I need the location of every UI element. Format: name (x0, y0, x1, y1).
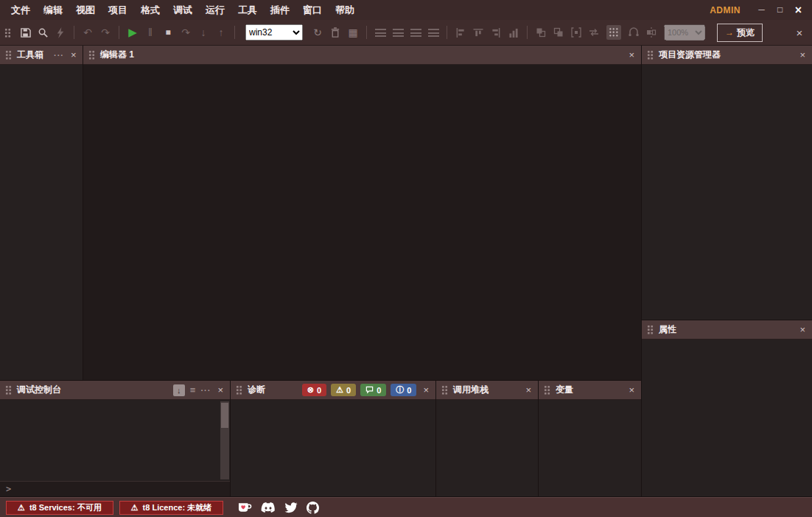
panel-project-explorer: 项目资源管理器 × (642, 46, 812, 320)
toolbar-close-button[interactable]: × (791, 24, 808, 41)
delete-button[interactable] (327, 24, 343, 41)
menu-view[interactable]: 视图 (69, 1, 102, 19)
diagnostics-close-button[interactable]: × (421, 384, 430, 395)
t8-licence-status[interactable]: ⚠ t8 Licence: 未就绪 (119, 501, 223, 515)
diagnostics-grip[interactable] (236, 385, 242, 395)
app-window: 文件 编辑 视图 项目 格式 调试 运行 工具 插件 窗口 帮助 ADMIN ─… (0, 0, 812, 517)
window-close-button[interactable]: × (789, 0, 808, 20)
refresh-button[interactable]: ↻ (309, 24, 326, 41)
editor-close-button[interactable]: × (627, 49, 636, 60)
editor-canvas[interactable] (83, 65, 641, 380)
grid-view-button[interactable]: ▦ (345, 24, 361, 41)
align-justify-button[interactable] (425, 24, 441, 41)
infos-badge[interactable]: ⓘ 0 (391, 384, 416, 396)
align-left-edge-button[interactable] (452, 24, 469, 41)
minimize-button[interactable]: ─ (752, 0, 771, 20)
t8-services-status[interactable]: ⚠ t8 Services: 不可用 (6, 501, 113, 515)
save-button[interactable] (17, 24, 33, 41)
swap-button[interactable] (586, 24, 602, 41)
grid-toggle-button[interactable] (606, 25, 621, 40)
project-explorer-close-button[interactable]: × (798, 49, 807, 60)
redo-button[interactable]: ↷ (97, 24, 113, 41)
bring-forward-button[interactable] (533, 24, 549, 41)
snap-to-grid-button[interactable] (626, 24, 642, 41)
step-into-button[interactable]: ↓ (195, 24, 211, 41)
maximize-button[interactable]: □ (771, 0, 789, 20)
align-right-button[interactable] (407, 24, 424, 41)
variables-header: 变量 × (539, 381, 641, 400)
toolbox-title: 工具箱 (17, 49, 43, 61)
properties-close-button[interactable]: × (798, 324, 807, 335)
discord-link[interactable] (261, 502, 276, 513)
menu-file[interactable]: 文件 (4, 1, 37, 19)
variables-grip[interactable] (544, 385, 550, 395)
debug-console-grip[interactable] (5, 385, 12, 395)
call-stack-close-button[interactable]: × (524, 384, 533, 395)
console-scrollbar[interactable] (220, 401, 229, 479)
call-stack-title: 调用堆栈 (453, 384, 489, 396)
toolbox-grip[interactable] (5, 50, 12, 60)
debug-console-menu-button[interactable]: ··· (200, 386, 211, 395)
warning-icon: ⚠ (131, 503, 139, 513)
platform-select[interactable]: win32 (245, 24, 303, 41)
scroll-to-bottom-toggle[interactable]: ↓ (173, 384, 185, 396)
menu-format[interactable]: 格式 (134, 1, 167, 19)
statusbar: ⚠ t8 Services: 不可用 ⚠ t8 Licence: 未就绪 (0, 497, 812, 517)
debug-console-title: 调试控制台 (17, 384, 61, 396)
menu-help[interactable]: 帮助 (329, 1, 361, 19)
toolbox-menu-button[interactable]: ··· (54, 51, 64, 60)
toolbox-close-button[interactable]: × (69, 49, 78, 60)
call-stack-grip[interactable] (441, 385, 448, 395)
align-top-edge-button[interactable] (470, 24, 486, 41)
undo-button[interactable]: ↶ (80, 24, 96, 41)
step-over-button[interactable]: ↷ (178, 24, 194, 41)
debug-console-close-button[interactable]: × (216, 384, 225, 395)
twitter-link[interactable] (284, 502, 298, 513)
editor-header: 编辑器 1 × (83, 46, 641, 65)
toolbar-grip-handle[interactable] (4, 28, 11, 38)
menubar: 文件 编辑 视图 项目 格式 调试 运行 工具 插件 窗口 帮助 ADMIN ─… (0, 0, 812, 20)
toolbar-separator (447, 26, 447, 39)
editor-grip[interactable] (88, 50, 95, 60)
messages-badge[interactable]: 0 (360, 384, 386, 396)
send-backward-button[interactable] (550, 24, 567, 41)
variables-close-button[interactable]: × (627, 384, 636, 395)
search-button[interactable] (35, 24, 51, 41)
toolbar: ↶ ↷ ▶ ‖ ■ ↷ ↓ ↑ win32 ↻ ▦ (0, 20, 812, 46)
properties-grip[interactable] (647, 325, 654, 334)
console-lines-icon[interactable]: ≡ (190, 384, 196, 395)
prompt-chevron: > (6, 484, 11, 494)
stop-button[interactable]: ■ (160, 24, 176, 41)
flash-icon (56, 27, 65, 38)
errors-badge[interactable]: ⊗ 0 (302, 384, 326, 396)
github-link[interactable] (307, 502, 319, 514)
menu-run[interactable]: 运行 (199, 1, 231, 19)
align-center-button[interactable] (390, 24, 406, 41)
menu-edit[interactable]: 编辑 (37, 1, 69, 19)
menu-tools[interactable]: 工具 (231, 1, 264, 19)
console-scrollbar-thumb[interactable] (221, 403, 228, 428)
menu-plugins[interactable]: 插件 (264, 1, 296, 19)
distribute-button[interactable] (505, 24, 522, 41)
warnings-badge[interactable]: ⚠ 0 (331, 384, 356, 396)
align-right-edge-button[interactable] (488, 24, 504, 41)
dot-grid-icon (609, 27, 619, 38)
pause-button[interactable]: ‖ (142, 24, 158, 41)
menu-window[interactable]: 窗口 (296, 1, 329, 19)
console-prompt-row[interactable]: > (0, 481, 230, 496)
snap-to-guides-button[interactable] (643, 24, 659, 41)
snap-guides-icon (646, 27, 657, 38)
group-button[interactable] (568, 24, 584, 41)
debug-console-output[interactable]: > (0, 400, 230, 496)
kofi-link[interactable] (238, 502, 252, 513)
preview-button[interactable]: → 预览 (717, 24, 763, 42)
align-center-icon (393, 29, 404, 37)
menu-project[interactable]: 项目 (102, 1, 134, 19)
run-button[interactable]: ▶ (125, 24, 141, 41)
menu-debug[interactable]: 调试 (167, 1, 199, 19)
project-explorer-grip[interactable] (647, 50, 654, 60)
step-out-button[interactable]: ↑ (213, 24, 229, 41)
flash-button[interactable] (52, 24, 69, 41)
trash-icon (330, 27, 340, 38)
align-left-button[interactable] (372, 24, 388, 41)
